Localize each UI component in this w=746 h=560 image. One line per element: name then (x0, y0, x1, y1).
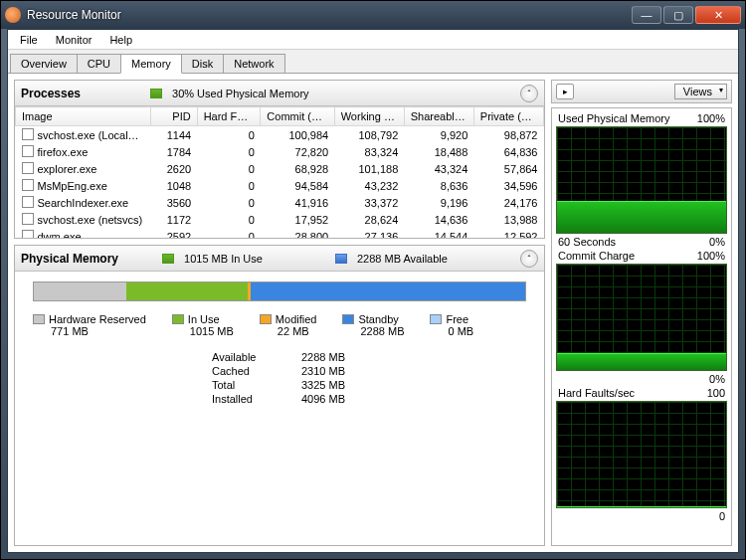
summary-cached-v: 2310 MB (301, 365, 371, 377)
close-button[interactable]: ✕ (695, 6, 741, 24)
charts-pane: Used Physical Memory100% 60 Seconds0% Co… (551, 107, 732, 546)
cell-commit: 72,820 (261, 143, 334, 160)
col-private[interactable]: Private (KB) (473, 107, 543, 126)
cell-image: explorer.exe (16, 160, 151, 177)
cell-pv: 34,596 (473, 177, 543, 194)
tab-overview[interactable]: Overview (10, 54, 78, 73)
legend-hardware: Hardware Reserved771 MB (33, 313, 146, 337)
cell-hf: 0 (197, 228, 261, 238)
chart2-title: Commit Charge (558, 250, 635, 262)
physical-memory-header[interactable]: Physical Memory 1015 MB In Use 2288 MB A… (15, 246, 544, 272)
chart3-max: 100 (707, 387, 725, 399)
collapse-icon[interactable]: ˆ (520, 85, 538, 102)
bar-inuse (126, 282, 249, 300)
cell-hf: 0 (197, 211, 261, 228)
collapse-icon[interactable]: ˆ (520, 250, 538, 268)
cell-ws: 28,624 (334, 211, 404, 228)
menu-monitor[interactable]: Monitor (48, 32, 100, 48)
cell-image: svchost.exe (netsvcs) (16, 211, 151, 228)
table-row[interactable]: SearchIndexer.exe3560041,91633,3729,1962… (16, 194, 544, 211)
table-row[interactable]: dwm.exe2592028,80027,13614,54412,592 (16, 228, 544, 238)
cell-ws: 43,232 (334, 177, 404, 194)
minimize-button[interactable]: — (632, 6, 661, 24)
cell-ws: 108,792 (334, 126, 404, 144)
bar-hardware (34, 282, 126, 300)
chart3-foot-r: 0 (719, 510, 725, 522)
chart-commit-charge (556, 264, 727, 371)
col-commit[interactable]: Commit (KB) (261, 107, 334, 126)
summary-installed-l: Installed (212, 393, 291, 405)
summary-available-v: 2288 MB (301, 351, 371, 363)
cell-commit: 28,800 (261, 228, 334, 238)
views-dropdown[interactable]: Views (674, 84, 727, 99)
cell-pv: 12,592 (473, 228, 543, 238)
summary-available-l: Available (212, 351, 291, 363)
tab-network[interactable]: Network (223, 54, 284, 73)
table-row[interactable]: firefox.exe1784072,82083,32418,48864,836 (16, 143, 544, 160)
col-hard-faults[interactable]: Hard Faul... (197, 107, 261, 126)
cell-sh: 8,636 (404, 177, 473, 194)
cell-ws: 27,136 (334, 228, 404, 238)
cell-pv: 13,988 (473, 211, 543, 228)
cell-hf: 0 (197, 194, 261, 211)
memory-bar (33, 281, 526, 301)
legend-standby: Standby2288 MB (342, 313, 404, 337)
processes-summary: 30% Used Physical Memory (172, 88, 309, 99)
col-working[interactable]: Working S... (334, 107, 404, 126)
chart-nav-button[interactable]: ▸ (556, 84, 574, 99)
maximize-button[interactable]: ▢ (663, 6, 693, 24)
charts-toolbar: ▸ Views (551, 80, 732, 103)
cell-sh: 14,636 (404, 211, 473, 228)
available-icon (335, 254, 347, 264)
physical-memory-panel: Physical Memory 1015 MB In Use 2288 MB A… (14, 245, 545, 546)
titlebar[interactable]: Resource Monitor — ▢ ✕ (1, 1, 745, 29)
cell-ws: 83,324 (334, 143, 404, 160)
chart3-title: Hard Faults/sec (558, 387, 635, 399)
cell-pid: 1172 (150, 211, 197, 228)
cell-pv: 64,836 (473, 143, 543, 160)
table-row[interactable]: MsMpEng.exe1048094,58443,2328,63634,596 (16, 177, 544, 194)
cell-pid: 1144 (150, 126, 197, 144)
menu-file[interactable]: File (12, 32, 46, 48)
cell-sh: 18,488 (404, 143, 473, 160)
processes-header[interactable]: Processes 30% Used Physical Memory ˆ (15, 81, 544, 106)
col-shareable[interactable]: Shareable ... (404, 107, 473, 126)
chart1-foot-r: 0% (709, 236, 725, 248)
tab-disk[interactable]: Disk (181, 54, 224, 73)
cell-sh: 9,196 (404, 194, 473, 211)
cell-image: svchost.exe (LocalSyste... (16, 126, 151, 144)
processes-title: Processes (21, 87, 81, 100)
processes-panel: Processes 30% Used Physical Memory ˆ Ima… (14, 80, 545, 239)
cell-pid: 1048 (150, 177, 197, 194)
summary-installed-v: 4096 MB (301, 393, 371, 405)
cell-commit: 41,916 (261, 194, 334, 211)
cell-commit: 94,584 (261, 177, 334, 194)
table-row[interactable]: svchost.exe (netsvcs)1172017,95228,62414… (16, 211, 544, 228)
tab-memory[interactable]: Memory (120, 54, 182, 74)
summary-cached-l: Cached (212, 365, 291, 377)
col-pid[interactable]: PID (150, 107, 197, 126)
col-image[interactable]: Image (16, 107, 151, 126)
cell-sh: 9,920 (404, 126, 473, 144)
chart-used-physical-memory (556, 126, 727, 234)
cell-sh: 43,324 (404, 160, 473, 177)
tab-cpu[interactable]: CPU (77, 54, 121, 73)
cell-pid: 3560 (150, 194, 197, 211)
cell-image: firefox.exe (16, 143, 151, 160)
cell-pv: 98,872 (473, 126, 543, 144)
cell-ws: 101,188 (334, 160, 404, 177)
cell-hf: 0 (197, 143, 261, 160)
table-row[interactable]: svchost.exe (LocalSyste...11440100,98410… (16, 126, 544, 144)
cell-image: SearchIndexer.exe (16, 194, 151, 211)
memory-icon (150, 89, 162, 98)
chart2-max: 100% (697, 250, 725, 262)
tabs: Overview CPU Memory Disk Network (8, 50, 738, 74)
menu-help[interactable]: Help (101, 32, 140, 48)
inuse-hdr: 1015 MB In Use (184, 253, 263, 265)
cell-hf: 0 (197, 126, 261, 144)
table-row[interactable]: explorer.exe2620068,928101,18843,32457,8… (16, 160, 544, 177)
chart1-title: Used Physical Memory (558, 112, 669, 124)
summary-total-v: 3325 MB (301, 379, 371, 391)
cell-commit: 100,984 (261, 126, 334, 144)
menubar: File Monitor Help (8, 30, 738, 50)
